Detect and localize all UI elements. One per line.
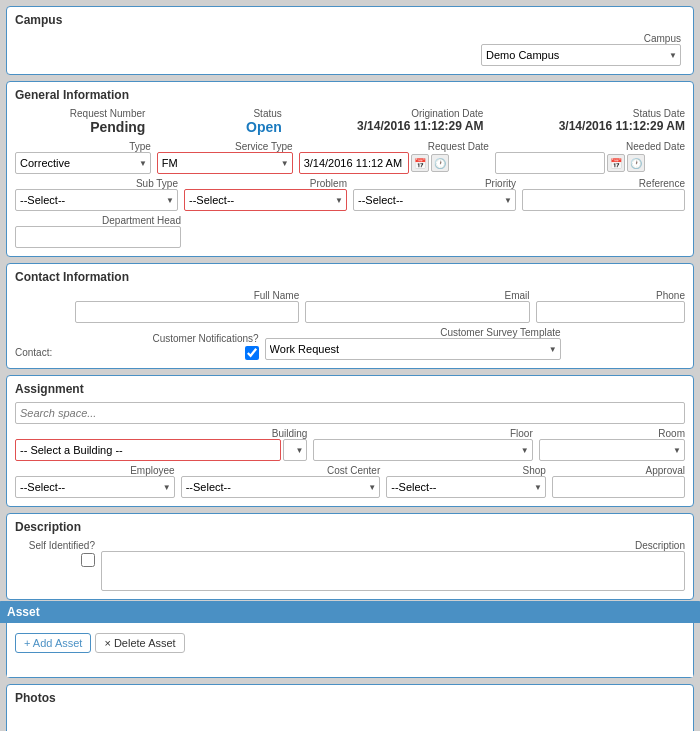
asset-content-area <box>7 657 693 677</box>
asset-section-title: Asset <box>7 605 40 619</box>
calendar-icon[interactable]: 📅 <box>411 154 429 172</box>
description-section: Description Self Identified? Description <box>6 513 694 600</box>
customer-survey-select-wrapper[interactable]: Work Request <box>265 338 561 360</box>
dept-head-input[interactable] <box>15 226 181 248</box>
floor-select-wrapper[interactable] <box>313 439 532 461</box>
request-number-value: Pending <box>90 119 145 135</box>
type-select[interactable]: Corrective <box>15 152 151 174</box>
self-identified-checkbox[interactable] <box>81 553 95 567</box>
clock-icon[interactable]: 🕐 <box>431 154 449 172</box>
reference-input[interactable] <box>522 189 685 211</box>
campus-section: Campus Campus Demo Campus <box>6 6 694 75</box>
approval-input[interactable] <box>552 476 685 498</box>
self-identified-label: Self Identified? <box>15 540 95 551</box>
status-value: Open <box>246 119 282 135</box>
building-select[interactable] <box>283 439 307 461</box>
add-asset-button[interactable]: + Add Asset <box>15 633 91 653</box>
assignment-section: Assignment Building Floor <box>6 375 694 507</box>
service-type-select-wrapper[interactable]: FM <box>157 152 293 174</box>
general-info-section: General Information Request Number Pendi… <box>6 81 694 257</box>
search-space-input[interactable] <box>15 402 685 424</box>
cost-center-label: Cost Center <box>181 465 381 476</box>
description-label: Description <box>101 540 685 551</box>
needed-clock-icon[interactable]: 🕐 <box>627 154 645 172</box>
type-label: Type <box>15 141 151 152</box>
customer-notifications-checkbox[interactable] <box>245 346 259 360</box>
priority-select[interactable]: --Select-- <box>353 189 516 211</box>
approval-label: Approval <box>552 465 685 476</box>
room-select[interactable] <box>539 439 685 461</box>
email-label: Email <box>305 290 529 301</box>
campus-select[interactable]: Demo Campus <box>481 44 681 66</box>
general-info-title: General Information <box>15 88 685 102</box>
employee-select-wrapper[interactable]: --Select-- <box>15 476 175 498</box>
room-select-wrapper[interactable] <box>539 439 685 461</box>
shop-select[interactable]: --Select-- <box>386 476 546 498</box>
cost-center-select-wrapper[interactable]: --Select-- <box>181 476 381 498</box>
contact-info-title: Contact Information <box>15 270 685 284</box>
asset-header-bar: Asset <box>0 601 700 623</box>
customer-notifications-label: Customer Notifications? <box>81 333 259 344</box>
building-select-wrapper[interactable] <box>283 439 307 461</box>
needed-date-label: Needed Date <box>495 141 685 152</box>
shop-select-wrapper[interactable]: --Select-- <box>386 476 546 498</box>
asset-section: Asset + Add Asset × Delete Asset <box>6 606 694 678</box>
cost-center-select[interactable]: --Select-- <box>181 476 381 498</box>
shop-label: Shop <box>386 465 546 476</box>
request-number-label: Request Number <box>70 108 146 119</box>
problem-select[interactable]: --Select-- <box>184 189 347 211</box>
customer-survey-label: Customer Survey Template <box>265 327 561 338</box>
floor-select[interactable] <box>313 439 532 461</box>
problem-label: Problem <box>184 178 347 189</box>
building-label: Building <box>15 428 307 439</box>
photos-content-area <box>15 711 685 731</box>
priority-label: Priority <box>353 178 516 189</box>
problem-select-wrapper[interactable]: --Select-- <box>184 189 347 211</box>
sub-type-select-wrapper[interactable]: --Select-- <box>15 189 178 211</box>
room-label: Room <box>539 428 685 439</box>
service-type-select[interactable]: FM <box>157 152 293 174</box>
request-date-input[interactable] <box>299 152 409 174</box>
campus-select-wrapper[interactable]: Demo Campus <box>481 44 681 66</box>
priority-select-wrapper[interactable]: --Select-- <box>353 189 516 211</box>
needed-date-input[interactable] <box>495 152 605 174</box>
contact-info-section: Contact Information Full Name Email Phon… <box>6 263 694 369</box>
origination-date-label: Origination Date <box>411 108 483 119</box>
type-select-wrapper[interactable]: Corrective <box>15 152 151 174</box>
contact-label: Contact: <box>15 347 52 358</box>
campus-label: Campus <box>644 33 681 44</box>
photos-section: Photos <box>6 684 694 731</box>
phone-input[interactable] <box>536 301 686 323</box>
status-date-value: 3/14/2016 11:12:29 AM <box>559 119 685 133</box>
sub-type-label: Sub Type <box>15 178 178 189</box>
request-date-label: Request Date <box>299 141 489 152</box>
full-name-input[interactable] <box>75 301 299 323</box>
status-label: Status <box>253 108 281 119</box>
description-textarea[interactable] <box>101 551 685 591</box>
delete-asset-button[interactable]: × Delete Asset <box>95 633 184 653</box>
floor-label: Floor <box>313 428 532 439</box>
email-input[interactable] <box>305 301 529 323</box>
customer-survey-select[interactable]: Work Request <box>265 338 561 360</box>
needed-date-wrapper: 📅 🕐 <box>495 152 685 174</box>
employee-label: Employee <box>15 465 175 476</box>
sub-type-select[interactable]: --Select-- <box>15 189 178 211</box>
request-date-wrapper: 📅 🕐 <box>299 152 489 174</box>
campus-section-title: Campus <box>15 13 685 27</box>
asset-buttons-row: + Add Asset × Delete Asset <box>7 629 693 657</box>
service-type-label: Service Type <box>157 141 293 152</box>
employee-select[interactable]: --Select-- <box>15 476 175 498</box>
reference-label: Reference <box>522 178 685 189</box>
status-date-label: Status Date <box>633 108 685 119</box>
building-input[interactable] <box>15 439 281 461</box>
description-title: Description <box>15 520 685 534</box>
photos-section-title: Photos <box>15 691 685 705</box>
origination-date-value: 3/14/2016 11:12:29 AM <box>357 119 483 133</box>
assignment-title: Assignment <box>15 382 685 396</box>
dept-head-label: Department Head <box>15 215 181 226</box>
phone-label: Phone <box>536 290 686 301</box>
needed-calendar-icon[interactable]: 📅 <box>607 154 625 172</box>
full-name-label: Full Name <box>75 290 299 301</box>
